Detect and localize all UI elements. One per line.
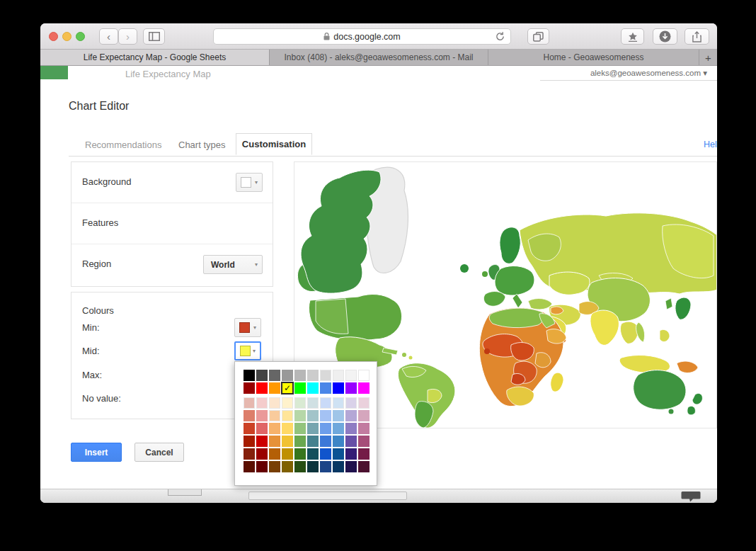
- palette-color[interactable]: [244, 410, 255, 421]
- palette-color[interactable]: [269, 382, 280, 394]
- palette-color[interactable]: [294, 397, 306, 409]
- palette-color[interactable]: [256, 370, 268, 381]
- downloads-button[interactable]: [653, 28, 677, 45]
- palette-color[interactable]: [294, 461, 306, 472]
- palette-color[interactable]: [307, 423, 319, 434]
- palette-color[interactable]: [333, 370, 344, 381]
- cancel-button[interactable]: Cancel: [134, 443, 184, 462]
- palette-color[interactable]: [307, 461, 319, 472]
- palette-color[interactable]: [307, 436, 319, 447]
- palette-color[interactable]: [244, 423, 255, 434]
- palette-color[interactable]: [345, 436, 357, 447]
- palette-color[interactable]: [358, 423, 370, 434]
- palette-color[interactable]: [282, 461, 293, 472]
- palette-color[interactable]: [307, 410, 319, 421]
- palette-color[interactable]: [269, 461, 280, 472]
- palette-color[interactable]: [294, 423, 306, 434]
- palette-color[interactable]: [333, 397, 344, 409]
- palette-color[interactable]: [345, 370, 357, 381]
- close-window-button[interactable]: [49, 32, 58, 41]
- palette-color[interactable]: [358, 436, 370, 447]
- sidebar-toggle-button[interactable]: [143, 28, 165, 45]
- palette-color[interactable]: [358, 370, 370, 381]
- palette-color[interactable]: [294, 448, 306, 460]
- palette-color[interactable]: [282, 423, 293, 434]
- palette-color[interactable]: [320, 448, 331, 460]
- share-button[interactable]: [685, 28, 709, 45]
- palette-color[interactable]: [333, 423, 344, 434]
- account-menu[interactable]: aleks@geoawesomeness.com ▾: [590, 68, 707, 78]
- palette-color[interactable]: [244, 436, 255, 447]
- palette-color[interactable]: [358, 448, 370, 460]
- tab-chart-types[interactable]: Chart types: [178, 140, 225, 150]
- palette-color[interactable]: [282, 370, 293, 381]
- palette-color[interactable]: [333, 382, 344, 394]
- palette-color[interactable]: [244, 461, 255, 472]
- palette-color[interactable]: [269, 370, 280, 381]
- palette-color[interactable]: [333, 448, 344, 460]
- palette-color[interactable]: [320, 410, 331, 421]
- minimize-window-button[interactable]: [62, 32, 71, 41]
- palette-color[interactable]: [256, 461, 268, 472]
- bookmarks-button[interactable]: [621, 28, 644, 45]
- palette-color[interactable]: [320, 397, 331, 409]
- tab-customisation[interactable]: Customisation: [236, 133, 312, 155]
- palette-color[interactable]: [333, 461, 344, 472]
- palette-color[interactable]: [244, 382, 255, 394]
- tab-recommendations[interactable]: Recommendations: [85, 140, 161, 150]
- palette-color[interactable]: [282, 436, 293, 447]
- palette-color[interactable]: [345, 461, 357, 472]
- palette-color[interactable]: [269, 397, 280, 409]
- palette-color[interactable]: [358, 382, 370, 394]
- tab-geoawesomeness[interactable]: Home - Geoawesomeness: [488, 50, 699, 65]
- palette-color[interactable]: [256, 397, 268, 409]
- palette-color[interactable]: [244, 397, 255, 409]
- palette-color[interactable]: [256, 423, 268, 434]
- palette-color[interactable]: [333, 436, 344, 447]
- palette-color[interactable]: [269, 410, 280, 421]
- help-link[interactable]: Help: [704, 140, 717, 149]
- palette-color[interactable]: [320, 423, 331, 434]
- refresh-button[interactable]: [495, 31, 505, 44]
- palette-color[interactable]: [282, 448, 293, 460]
- palette-color[interactable]: [294, 370, 306, 381]
- address-bar[interactable]: docs.google.com: [213, 28, 511, 45]
- region-dropdown[interactable]: World ▾: [203, 255, 263, 274]
- zoom-window-button[interactable]: [76, 32, 85, 41]
- palette-color[interactable]: [358, 397, 370, 409]
- palette-color[interactable]: [269, 448, 280, 460]
- tab-mail-inbox[interactable]: Inbox (408) - aleks@geoawesomeness.com -…: [270, 50, 488, 65]
- palette-color[interactable]: [320, 370, 331, 381]
- palette-color[interactable]: [294, 436, 306, 447]
- palette-color[interactable]: ✓: [282, 382, 293, 394]
- palette-color[interactable]: [320, 461, 331, 472]
- palette-color[interactable]: [294, 410, 306, 421]
- palette-color[interactable]: [320, 436, 331, 447]
- palette-color[interactable]: [269, 423, 280, 434]
- mid-color-dropdown-focused[interactable]: ▾: [234, 341, 261, 360]
- palette-color[interactable]: [345, 448, 357, 460]
- palette-color[interactable]: [320, 382, 331, 394]
- palette-color[interactable]: [282, 397, 293, 409]
- tab-google-sheets[interactable]: Life Expectancy Map - Google Sheets: [40, 50, 270, 65]
- palette-color[interactable]: [333, 410, 344, 421]
- palette-color[interactable]: [345, 397, 357, 409]
- forward-button[interactable]: ›: [118, 28, 137, 45]
- palette-color[interactable]: [256, 448, 268, 460]
- palette-color[interactable]: [307, 382, 319, 394]
- palette-color[interactable]: [358, 461, 370, 472]
- palette-color[interactable]: [244, 370, 255, 381]
- palette-color[interactable]: [256, 382, 268, 394]
- palette-color[interactable]: [345, 382, 357, 394]
- palette-color[interactable]: [256, 436, 268, 447]
- palette-color[interactable]: [244, 448, 255, 460]
- new-tab-button[interactable]: +: [699, 50, 717, 65]
- palette-color[interactable]: [307, 370, 319, 381]
- palette-color[interactable]: [294, 382, 306, 394]
- palette-color[interactable]: [269, 436, 280, 447]
- insert-button[interactable]: Insert: [71, 443, 122, 462]
- palette-color[interactable]: [307, 448, 319, 460]
- palette-color[interactable]: [307, 397, 319, 409]
- back-button[interactable]: ‹: [99, 28, 118, 45]
- palette-color[interactable]: [345, 423, 357, 434]
